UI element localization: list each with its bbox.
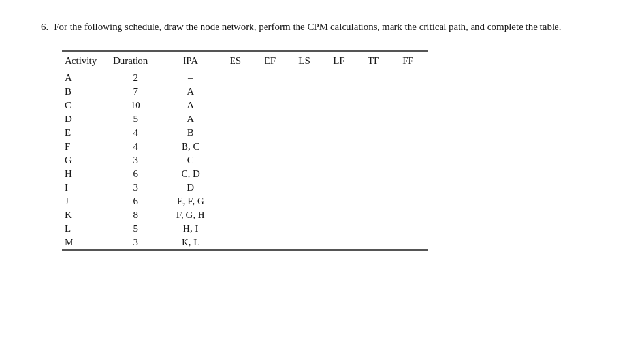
schedule-table: Activity Duration IPA ES EF LS LF TF FF …	[62, 50, 428, 251]
cell-es	[221, 85, 255, 99]
cell-es	[221, 222, 255, 236]
cell-tf	[359, 71, 393, 86]
cell-duration: 3	[110, 181, 166, 195]
cell-lf	[324, 126, 359, 140]
cell-lf	[324, 112, 359, 126]
cell-ff	[393, 140, 428, 153]
cell-ls	[290, 208, 325, 222]
cell-ls	[290, 222, 325, 236]
cell-activity: F	[62, 140, 110, 153]
col-header-ls: LS	[290, 51, 325, 71]
cell-ef	[255, 222, 290, 236]
cell-ls	[290, 112, 325, 126]
table-row: M3K, L	[62, 236, 428, 250]
page-content: 6. For the following schedule, draw the …	[41, 20, 603, 251]
table-row: K8F, G, H	[62, 208, 428, 222]
cell-ls	[290, 167, 325, 181]
cell-activity: A	[62, 71, 110, 86]
cell-ipa: H, I	[165, 222, 221, 236]
cell-ipa: C	[165, 153, 221, 167]
cell-lf	[324, 222, 359, 236]
cell-lf	[324, 85, 359, 99]
table-row: G3C	[62, 153, 428, 167]
cell-es	[221, 99, 255, 112]
cell-activity: E	[62, 126, 110, 140]
col-header-ff: FF	[393, 51, 428, 71]
cell-ef	[255, 112, 290, 126]
col-header-ef: EF	[255, 51, 290, 71]
col-header-tf: TF	[359, 51, 393, 71]
cell-activity: K	[62, 208, 110, 222]
cell-ls	[290, 140, 325, 153]
cell-ipa: F, G, H	[165, 208, 221, 222]
cell-es	[221, 112, 255, 126]
col-header-ipa: IPA	[165, 51, 221, 71]
table-header-row: Activity Duration IPA ES EF LS LF TF FF	[62, 51, 428, 71]
cell-ipa: E, F, G	[165, 195, 221, 208]
table-wrapper: Activity Duration IPA ES EF LS LF TF FF …	[62, 50, 603, 251]
cell-activity: B	[62, 85, 110, 99]
cell-ls	[290, 181, 325, 195]
cell-es	[221, 195, 255, 208]
col-header-es: ES	[221, 51, 255, 71]
cell-ls	[290, 99, 325, 112]
cell-ls	[290, 195, 325, 208]
table-row: A2–	[62, 71, 428, 86]
table-row: F4B, C	[62, 140, 428, 153]
cell-ls	[290, 153, 325, 167]
cell-activity: J	[62, 195, 110, 208]
cell-lf	[324, 236, 359, 250]
cell-ls	[290, 71, 325, 86]
cell-duration: 6	[110, 195, 166, 208]
cell-duration: 10	[110, 99, 166, 112]
cell-tf	[359, 167, 393, 181]
cell-ff	[393, 112, 428, 126]
cell-ff	[393, 236, 428, 250]
cell-ef	[255, 126, 290, 140]
cell-ipa: –	[165, 71, 221, 86]
table-row: J6E, F, G	[62, 195, 428, 208]
cell-tf	[359, 85, 393, 99]
cell-es	[221, 126, 255, 140]
cell-ef	[255, 195, 290, 208]
cell-activity: L	[62, 222, 110, 236]
cell-lf	[324, 167, 359, 181]
col-header-lf: LF	[324, 51, 359, 71]
cell-ff	[393, 195, 428, 208]
cell-ef	[255, 99, 290, 112]
cell-ipa: B, C	[165, 140, 221, 153]
col-header-activity: Activity	[62, 51, 110, 71]
question-header: 6. For the following schedule, draw the …	[41, 20, 603, 35]
table-row: D5A	[62, 112, 428, 126]
table-row: B7A	[62, 85, 428, 99]
cell-tf	[359, 126, 393, 140]
cell-lf	[324, 208, 359, 222]
cell-es	[221, 208, 255, 222]
table-row: H6C, D	[62, 167, 428, 181]
cell-tf	[359, 140, 393, 153]
cell-ipa: A	[165, 112, 221, 126]
cell-es	[221, 71, 255, 86]
cell-es	[221, 236, 255, 250]
cell-tf	[359, 208, 393, 222]
cell-ls	[290, 126, 325, 140]
cell-duration: 8	[110, 208, 166, 222]
cell-ipa: A	[165, 99, 221, 112]
cell-duration: 5	[110, 222, 166, 236]
cell-tf	[359, 99, 393, 112]
cell-ff	[393, 99, 428, 112]
cell-ff	[393, 167, 428, 181]
cell-lf	[324, 195, 359, 208]
cell-tf	[359, 153, 393, 167]
cell-duration: 4	[110, 126, 166, 140]
cell-tf	[359, 195, 393, 208]
cell-ff	[393, 181, 428, 195]
cell-duration: 7	[110, 85, 166, 99]
table-row: L5H, I	[62, 222, 428, 236]
cell-tf	[359, 222, 393, 236]
cell-activity: D	[62, 112, 110, 126]
cell-activity: I	[62, 181, 110, 195]
cell-lf	[324, 140, 359, 153]
cell-activity: M	[62, 236, 110, 250]
cell-ef	[255, 140, 290, 153]
